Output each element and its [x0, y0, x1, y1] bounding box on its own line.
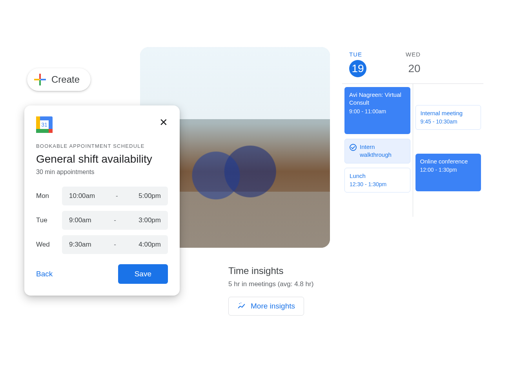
svg-point-0 — [239, 303, 240, 304]
insights-sparkle-icon — [237, 302, 246, 310]
event-time: 12:00 - 1:30pm — [420, 166, 477, 174]
calendar-column-wed: Internal meeting 9:45 - 10:30am Online c… — [413, 84, 484, 217]
event-virtual-consult[interactable]: Avi Nagreen: Virtual Consult 9:00 - 11:0… — [344, 87, 410, 134]
schedule-row: Mon 10:00am - 5:00pm — [36, 187, 168, 205]
schedule-start: 9:00am — [69, 216, 91, 224]
event-time: 9:00 - 11:00am — [349, 108, 406, 115]
event-time: 12:30 - 1:30pm — [350, 181, 405, 188]
day-header-wed[interactable]: WED 20 — [406, 51, 423, 77]
schedule-day-label: Wed — [36, 241, 55, 249]
schedule-end: 3:00pm — [138, 216, 161, 224]
calendar-logo-icon: 31 — [36, 116, 53, 133]
schedule-time-input[interactable]: 9:00am - 3:00pm — [62, 211, 168, 230]
schedule-day-label: Mon — [36, 192, 55, 200]
time-insights-panel: Time insights 5 hr in meetings (avg: 4.8… — [228, 265, 313, 316]
day-header-tue[interactable]: TUE 19 — [349, 51, 366, 77]
svg-point-1 — [240, 303, 241, 303]
dash: - — [114, 241, 116, 249]
close-icon[interactable]: ✕ — [159, 117, 168, 127]
schedule-start: 10:00am — [69, 192, 95, 200]
check-circle-icon — [350, 144, 357, 151]
day-number: 19 — [349, 60, 366, 77]
create-button[interactable]: Create — [27, 68, 91, 91]
schedule-end: 4:00pm — [138, 241, 161, 249]
schedule-end: 5:00pm — [138, 192, 161, 200]
day-number: 20 — [406, 60, 423, 77]
plus-icon — [34, 74, 46, 85]
day-of-week: WED — [406, 51, 423, 58]
event-online-conference[interactable]: Online conference 12:00 - 1:30pm — [415, 154, 481, 191]
calendar-logo-day: 31 — [40, 120, 49, 129]
appointment-schedule-card: 31 ✕ BOOKABLE APPOINTMENT SCHEDULE Gener… — [24, 105, 180, 296]
create-label: Create — [51, 74, 80, 85]
event-time: 9:45 - 10:30am — [421, 118, 476, 125]
event-internal-meeting[interactable]: Internal meeting 9:45 - 10:30am — [415, 105, 481, 130]
insights-subtitle: 5 hr in meetings (avg: 4.8 hr) — [228, 280, 313, 288]
schedule-time-input[interactable]: 10:00am - 5:00pm — [62, 187, 168, 205]
event-title: Internal meeting — [421, 109, 476, 117]
schedule-row: Tue 9:00am - 3:00pm — [36, 211, 168, 230]
save-button[interactable]: Save — [118, 264, 168, 284]
appointment-title: General shift availability — [36, 153, 168, 165]
back-button[interactable]: Back — [36, 270, 53, 278]
event-title: Avi Nagreen: Virtual Consult — [349, 91, 406, 107]
dash: - — [114, 216, 116, 224]
event-lunch[interactable]: Lunch 12:30 - 1:30pm — [344, 168, 410, 192]
appointment-subtitle: 30 min appointments — [36, 169, 168, 176]
calendar-column-tue: Avi Nagreen: Virtual Consult 9:00 - 11:0… — [342, 84, 413, 217]
event-title: Online conference — [420, 158, 477, 165]
event-title: Lunch — [350, 172, 405, 180]
schedule-row: Wed 9:30am - 4:00pm — [36, 235, 168, 254]
more-insights-button[interactable]: More insights — [228, 297, 304, 316]
insights-title: Time insights — [228, 265, 313, 276]
more-insights-label: More insights — [251, 302, 295, 310]
event-intern-walkthrough[interactable]: Intern walkthrough — [344, 139, 410, 163]
schedule-time-input[interactable]: 9:30am - 4:00pm — [62, 235, 168, 254]
dash: - — [116, 192, 118, 200]
event-title: Intern walkthrough — [360, 143, 405, 159]
calendar-grid: TUE 19 WED 20 Avi Nagreen: Virtual Consu… — [342, 51, 483, 217]
day-of-week: TUE — [349, 51, 366, 58]
appointment-eyebrow: BOOKABLE APPOINTMENT SCHEDULE — [36, 143, 168, 149]
schedule-day-label: Tue — [36, 216, 55, 224]
schedule-start: 9:30am — [69, 241, 91, 249]
